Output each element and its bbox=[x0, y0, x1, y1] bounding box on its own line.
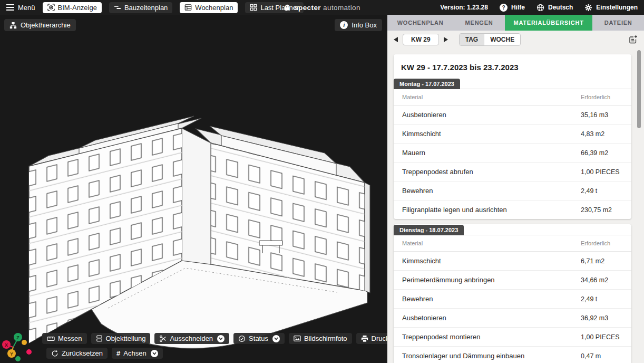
material-row[interactable]: Kimmschicht 6,71 m2 bbox=[394, 252, 631, 270]
menu-button[interactable]: Menü bbox=[6, 4, 35, 12]
nav-bim-anzeige[interactable]: BIM-Anzeige bbox=[43, 2, 102, 13]
material-row[interactable]: Treppenpodest montieren 1,00 PIECES bbox=[394, 327, 631, 346]
object-split-button[interactable]: Objektteilung bbox=[91, 333, 151, 344]
cut-button[interactable]: Ausschneiden bbox=[154, 333, 229, 344]
axis-gizmo[interactable]: Z X Y bbox=[2, 329, 35, 362]
material-required: 2,49 t bbox=[581, 187, 623, 195]
material-row[interactable]: Tronsolenlager und Dämmung einbauen 0,47… bbox=[394, 346, 631, 363]
reset-icon bbox=[51, 350, 58, 357]
gantt-icon bbox=[114, 4, 121, 11]
tab-mengen[interactable]: MENGEN bbox=[453, 15, 505, 31]
day-badge: Montag - 17.07.2023 bbox=[394, 79, 460, 89]
chevron-down-icon bbox=[219, 337, 223, 340]
scissors-icon bbox=[159, 335, 167, 342]
material-required: 0,47 m bbox=[581, 352, 623, 360]
material-row[interactable]: Ausbetonieren 36,92 m3 bbox=[394, 308, 631, 327]
material-row[interactable]: Treppenpodest abrufen 1,00 PIECES bbox=[394, 162, 631, 181]
topbar-right: Version: 1.23.28 ? Hilfe Deutsch Einstel… bbox=[440, 4, 638, 12]
material-required: 66,39 m2 bbox=[581, 149, 623, 157]
nav-bauzeitenplan[interactable]: Bauzeitenplan bbox=[109, 2, 172, 13]
triangle-left-icon bbox=[394, 37, 398, 42]
help-button[interactable]: ? Hilfe bbox=[500, 4, 525, 12]
toggle-woche[interactable]: WOCHE bbox=[484, 34, 520, 45]
material-name: Kimmschicht bbox=[402, 257, 581, 265]
material-name: Kimmschicht bbox=[402, 130, 581, 138]
measure-button[interactable]: Messen bbox=[42, 333, 87, 344]
material-name: Treppenpodest abrufen bbox=[402, 168, 581, 176]
cut-dropdown-button[interactable] bbox=[217, 335, 225, 342]
material-row[interactable]: Perimeterdämmung anbringen 34,66 m2 bbox=[394, 270, 631, 289]
question-icon: ? bbox=[500, 4, 508, 12]
week-selector[interactable]: KW 29 bbox=[403, 34, 439, 45]
tab-dateien[interactable]: DATEIEN bbox=[592, 15, 644, 31]
tool-label: Objektteilung bbox=[106, 335, 146, 342]
split-icon bbox=[96, 335, 103, 342]
material-row[interactable]: Filigranplatte legen und ausrichten 230,… bbox=[394, 200, 631, 219]
ruler-icon bbox=[47, 336, 55, 342]
material-required: 1,00 PIECES bbox=[581, 168, 623, 176]
material-panel: WOCHENPLAN MENGEN MATERIALÜBERSICHT DATE… bbox=[387, 15, 644, 363]
material-name: Perimeterdämmung anbringen bbox=[402, 276, 581, 284]
column-material: Material bbox=[402, 94, 581, 100]
settings-button[interactable]: Einstellungen bbox=[584, 4, 638, 12]
language-label: Deutsch bbox=[548, 4, 573, 11]
tool-label: Status bbox=[249, 335, 268, 342]
material-row[interactable]: Mauern 66,39 m2 bbox=[394, 143, 631, 162]
nav-label: Wochenplan bbox=[195, 4, 233, 12]
screenshot-button[interactable]: Bildschirmfoto bbox=[289, 333, 352, 344]
material-row[interactable]: Bewehren 2,49 t bbox=[394, 289, 631, 308]
material-row[interactable]: Bewehren 2,49 t bbox=[394, 181, 631, 200]
tool-label: Ausschneiden bbox=[170, 335, 213, 342]
building-model bbox=[0, 15, 387, 363]
material-row[interactable]: Kimmschicht 4,83 m2 bbox=[394, 124, 631, 143]
material-content[interactable]: KW 29 - 17.7.2023 bis 23.7.2023 Montag -… bbox=[387, 48, 644, 363]
status-button[interactable]: Status bbox=[233, 333, 285, 344]
day-card-tuesday: Dienstag - 18.07.2023 Material Erforderl… bbox=[394, 224, 631, 363]
tab-materialuebersicht[interactable]: MATERIALÜBERSICHT bbox=[505, 15, 592, 31]
language-button[interactable]: Deutsch bbox=[536, 4, 573, 12]
info-box-label: Info Box bbox=[352, 21, 377, 29]
toggle-tag[interactable]: TAG bbox=[460, 34, 484, 45]
previous-week-button[interactable] bbox=[394, 37, 398, 42]
tool-label: Bildschirmfoto bbox=[304, 335, 347, 342]
nav-label: BIM-Anzeige bbox=[58, 4, 97, 12]
brand-suffix: automation bbox=[323, 4, 360, 12]
version-label: Version: 1.23.28 bbox=[440, 4, 488, 11]
chevron-down-icon bbox=[152, 352, 157, 355]
reset-button[interactable]: Zurücksetzen bbox=[46, 348, 108, 359]
table-header: Material Erforderlich bbox=[394, 235, 631, 252]
material-required: 4,83 m2 bbox=[581, 130, 623, 138]
gear-icon bbox=[584, 4, 592, 12]
material-required: 2,49 t bbox=[581, 295, 623, 303]
tool-label: Zurücksetzen bbox=[62, 349, 103, 357]
print-preview-button[interactable]: Druckvorschau bbox=[356, 333, 387, 344]
material-name: Bewehren bbox=[402, 187, 581, 195]
material-required: 6,71 m2 bbox=[581, 257, 623, 265]
info-box-button[interactable]: i Info Box bbox=[335, 19, 382, 31]
material-required: 36,92 m3 bbox=[581, 314, 623, 322]
material-row[interactable]: Ausbetonieren 35,16 m3 bbox=[394, 106, 631, 124]
next-week-button[interactable] bbox=[444, 37, 448, 42]
bim-3d-viewport[interactable]: Objekthierarchie i Info Box Messen Ob bbox=[0, 15, 387, 363]
tab-wochenplan[interactable]: WOCHENPLAN bbox=[387, 15, 453, 31]
add-note-button[interactable] bbox=[629, 35, 638, 44]
grid-icon bbox=[250, 4, 257, 11]
axes-dropdown-button[interactable] bbox=[151, 350, 158, 357]
panel-tabs: WOCHENPLAN MENGEN MATERIALÜBERSICHT DATE… bbox=[387, 15, 644, 31]
material-required: 34,66 m2 bbox=[581, 276, 623, 284]
column-required: Erforderlich bbox=[581, 94, 623, 100]
axes-button[interactable]: # Achsen bbox=[112, 348, 163, 359]
material-name: Filigranplatte legen und ausrichten bbox=[402, 206, 581, 214]
material-name: Bewehren bbox=[402, 295, 581, 303]
ghost-icon bbox=[284, 4, 291, 12]
brand-logo: specter automation bbox=[284, 4, 360, 12]
scrollbar[interactable] bbox=[637, 50, 641, 128]
nav-wochenplan[interactable]: Wochenplan bbox=[180, 2, 238, 13]
week-title: KW 29 - 17.7.2023 bis 23.7.2023 bbox=[394, 54, 631, 78]
status-dropdown-button[interactable] bbox=[272, 335, 280, 342]
menu-label: Menü bbox=[18, 4, 35, 12]
tool-label: Messen bbox=[58, 335, 82, 342]
object-hierarchy-button[interactable]: Objekthierarchie bbox=[4, 19, 76, 31]
hamburger-icon bbox=[6, 4, 14, 11]
bim-view-icon bbox=[47, 4, 55, 11]
